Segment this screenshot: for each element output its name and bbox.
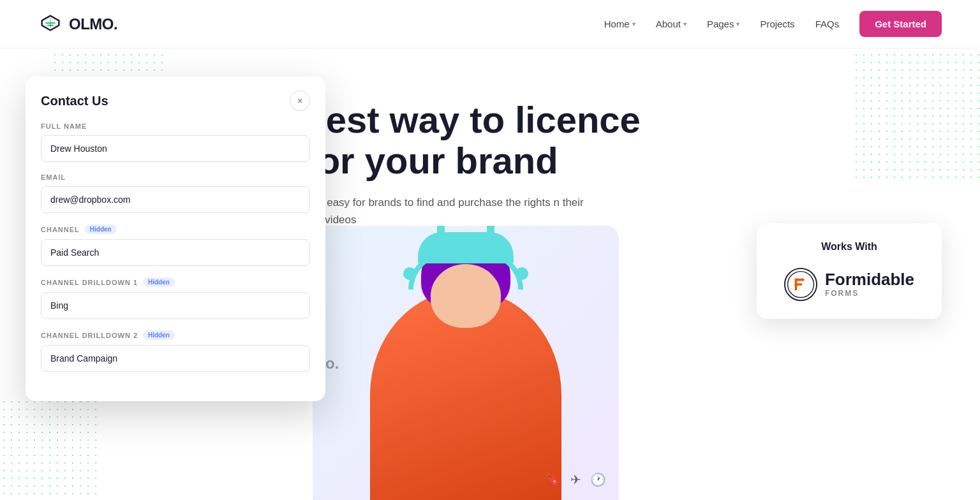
modal-close-button[interactable]: × <box>290 91 310 111</box>
get-started-button[interactable]: Get Started <box>859 11 942 37</box>
form-group-drilldown1: CHANNEL DRILLDOWN 1 Hidden <box>41 277 310 319</box>
label-fullname: FULL NAME <box>41 122 310 130</box>
home-chevron-icon: ▾ <box>632 20 635 27</box>
input-fullname[interactable] <box>41 135 310 162</box>
image-action-bar: 🔖 ✈ 🕐 <box>546 472 606 487</box>
headphone-left <box>403 267 416 280</box>
works-with-title: Works With <box>772 241 926 253</box>
nav-projects[interactable]: Projects <box>760 18 794 29</box>
form-group-channel: CHANNEL Hidden <box>41 224 310 266</box>
svg-rect-4 <box>795 283 802 286</box>
works-with-card: Works With Formidable FORMS <box>757 223 942 319</box>
label-drilldown1: CHANNEL DRILLDOWN 1 Hidden <box>41 277 310 287</box>
input-channel[interactable] <box>41 239 310 266</box>
logo[interactable]: OLMO. <box>38 12 117 36</box>
nav-links: Home ▾ About ▾ Pages ▾ Projects FAQs Get… <box>604 11 942 37</box>
beanie-brim <box>418 257 514 263</box>
nav-pages[interactable]: Pages ▾ <box>707 18 740 29</box>
olmo-watermark: o. <box>325 355 339 372</box>
nav-home[interactable]: Home ▾ <box>604 18 635 29</box>
navbar: OLMO. Home ▾ About ▾ Pages ▾ Projects FA… <box>0 0 980 48</box>
drilldown2-hidden-badge: Hidden <box>143 330 175 340</box>
channel-hidden-badge: Hidden <box>85 224 117 234</box>
contact-modal: Contact Us × FULL NAME EMAIL CHANNEL Hid… <box>26 77 325 401</box>
formidable-icon <box>784 268 817 301</box>
hero-title: asiest way to licence c for your brand <box>274 99 942 181</box>
logo-icon <box>38 12 63 36</box>
modal-body: FULL NAME EMAIL CHANNEL Hidden CHANNEL D… <box>26 122 325 401</box>
formidable-text: Formidable FORMS <box>825 271 914 298</box>
bunny-ear-left <box>437 226 445 239</box>
input-drilldown1[interactable] <box>41 292 310 319</box>
modal-title: Contact Us <box>41 94 108 108</box>
input-email[interactable] <box>41 186 310 213</box>
beanie <box>418 232 514 261</box>
person-head <box>421 232 510 347</box>
about-chevron-icon: ▾ <box>683 20 687 27</box>
form-group-fullname: FULL NAME <box>41 122 310 162</box>
bunny-ear-right <box>487 226 494 239</box>
svg-rect-3 <box>795 279 805 281</box>
headphone-right <box>516 267 528 280</box>
pages-chevron-icon: ▾ <box>736 20 739 27</box>
form-group-drilldown2: CHANNEL DRILLDOWN 2 Hidden <box>41 330 310 372</box>
formidable-brand-sub: FORMS <box>825 289 914 298</box>
dot-pattern-bottomleft <box>0 398 102 500</box>
bookmark-icon[interactable]: 🔖 <box>546 472 561 487</box>
formidable-logo: Formidable FORMS <box>772 268 926 301</box>
label-drilldown2: CHANNEL DRILLDOWN 2 Hidden <box>41 330 310 340</box>
formidable-brand-name: Formidable <box>825 271 914 288</box>
logo-text: OLMO. <box>69 15 117 33</box>
drilldown1-hidden-badge: Hidden <box>143 277 175 287</box>
nav-faqs[interactable]: FAQs <box>815 18 840 29</box>
input-drilldown2[interactable] <box>41 345 310 372</box>
form-group-email: EMAIL <box>41 173 310 213</box>
send-icon[interactable]: ✈ <box>570 472 581 487</box>
hero-image: 🔖 ✈ 🕐 o. <box>313 226 619 500</box>
clock-icon[interactable]: 🕐 <box>590 472 606 487</box>
label-email: EMAIL <box>41 173 310 181</box>
label-channel: CHANNEL Hidden <box>41 224 310 234</box>
nav-about[interactable]: About ▾ <box>656 18 687 29</box>
modal-header: Contact Us × <box>26 77 325 122</box>
